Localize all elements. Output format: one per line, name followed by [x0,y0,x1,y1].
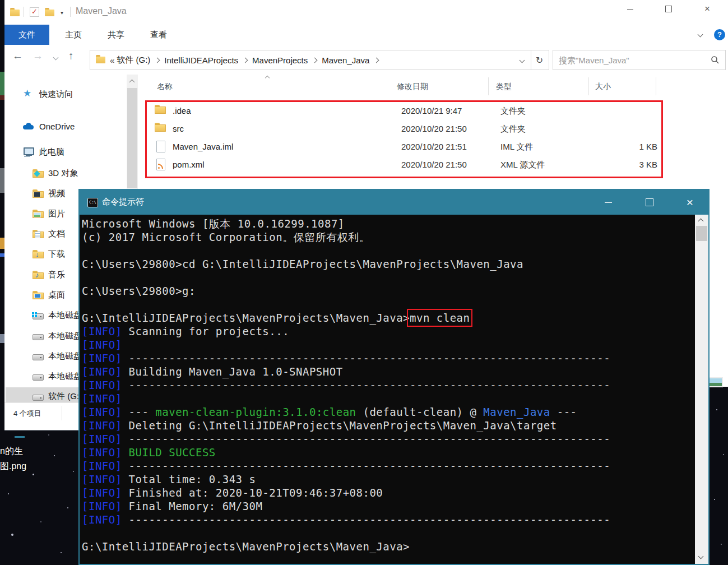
separator [62,406,62,420]
scroll-up-icon[interactable] [698,219,704,224]
column-header-date[interactable]: 修改日期 [397,82,428,92]
fld-icon [33,211,44,218]
cmd-scrollbar[interactable] [695,215,708,564]
explorer-title-bar[interactable]: ✓ ▾ Maven_Java × [4,0,728,25]
terminal-text: [INFO] [82,446,129,459]
chevron-right-icon[interactable] [374,57,379,63]
refresh-button[interactable]: ↻ [530,50,549,70]
history-dropdown-icon[interactable] [53,55,59,61]
sidebar-item[interactable]: 3D 对象 [6,164,126,182]
terminal-line: [INFO] Final Memory: 6M/30M [82,499,262,513]
star [33,474,34,475]
star [48,434,49,436]
desktop-edge-fragment [0,72,4,95]
breadcrumb-item[interactable]: Maven_Java [322,55,369,65]
tab-share[interactable]: 共享 [98,25,135,45]
chevron-right-icon[interactable] [312,57,318,63]
desktop-photo-icon[interactable] [708,377,723,387]
folder-icon[interactable] [45,10,54,16]
column-header-name[interactable]: 名称 [157,82,173,92]
terminal-line: [INFO] Scanning for projects... [82,325,289,338]
help-button[interactable]: ? [714,29,725,40]
terminal-text: [INFO] [82,433,129,445]
desktop-edge-fragment [0,334,4,343]
sidebar-item[interactable]: 快速访问 [6,85,126,103]
star [61,552,62,553]
terminal-text: [INFO] [82,487,129,499]
breadcrumb-item[interactable]: IntelliJIDEAProjects [164,55,238,65]
sidebar-item-label: 文档 [48,229,65,239]
cmd-title-bar[interactable]: C:\ 命令提示符 × [80,190,708,215]
search-icon[interactable] [711,55,720,64]
sidebar-item[interactable]: OneDrive [6,117,126,135]
cmd-window-title: 命令提示符 [102,197,144,207]
terminal-text: ----------------------------------------… [129,513,611,526]
ribbon-collapse-icon[interactable] [698,32,703,38]
terminal-text: [INFO] [82,500,129,512]
column-divider[interactable] [588,77,589,95]
checkbox-icon[interactable]: ✓ [30,7,39,17]
tab-home[interactable]: 主页 [55,25,92,45]
terminal-text: (c) 2017 Microsoft Corporation。保留所有权利。 [82,231,370,243]
fld-icon [33,272,44,279]
qat-dropdown-icon[interactable]: ▾ [61,10,63,16]
column-divider[interactable] [488,77,489,95]
sidebar-item[interactable]: 此电脑 [6,143,126,161]
highlight-box-mvn-clean: mvn clean [410,312,470,324]
address-dropdown-icon[interactable] [520,57,525,63]
terminal-line: [INFO] Deleting G:\IntelliJIDEAProjects\… [82,419,557,432]
column-divider[interactable] [656,77,656,95]
terminal[interactable]: Microsoft Windows [版本 10.0.16299.1087](c… [80,215,708,564]
sidebar-item-label: 视频 [48,188,65,199]
forward-button[interactable]: → [33,50,43,62]
cmd-scrollbar-thumb[interactable] [696,226,707,241]
address-bar[interactable]: « 软件 (G:) IntelliJIDEAProjects MavenProj… [90,50,531,70]
terminal-text: C:\Users\29800>g: [82,285,196,297]
column-header-type[interactable]: 类型 [496,82,512,92]
folder-icon[interactable] [10,10,20,16]
chevron-right-icon[interactable] [155,57,160,63]
chevron-right-icon[interactable] [243,57,248,63]
minimize-button[interactable] [591,190,625,215]
terminal-text: [INFO] [82,352,129,364]
back-button[interactable]: ← [12,50,23,62]
terminal-line: G:\IntelliJIDEAProjects\MavenProjects\Ma… [82,311,470,325]
sidebar-item-label: 音乐 [48,270,65,280]
terminal-text: [INFO] [82,379,129,391]
tab-view[interactable]: 查看 [140,25,177,45]
sidebar-item-label: 软件 (G:) [48,391,82,402]
maximize-button[interactable] [656,0,681,18]
scroll-up-icon[interactable] [129,80,135,85]
breadcrumb-item[interactable]: MavenProjects [252,55,308,65]
star [67,507,68,508]
breadcrumb-item[interactable]: 软件 (G:) [117,55,150,66]
folder-icon [96,57,105,63]
sidebar-item-label: OneDrive [39,122,75,131]
fld-icon [33,191,44,198]
minimize-button[interactable] [617,0,643,18]
desktop-icon-label[interactable]: n的生 [0,446,23,457]
star [714,499,715,500]
tab-file[interactable]: 文件 [4,25,49,45]
terminal-line: G:\IntelliJIDEAProjects\MavenProjects\Ma… [82,540,410,553]
nav-scrollbar-thumb[interactable] [127,88,137,188]
terminal-text: BUILD SUCCESS [129,446,216,459]
desktop-edge-fragment [0,253,4,257]
close-button[interactable]: × [694,0,720,18]
fld-icon [33,252,44,258]
maximize-button[interactable] [632,190,667,215]
cloud-icon [22,121,35,131]
close-button[interactable]: × [673,190,707,215]
item-count: 4 个项目 [13,409,41,419]
search-input[interactable] [553,55,711,65]
search-box [553,50,726,70]
terminal-text: G:\IntelliJIDEAProjects\MavenProjects\Ma… [82,312,410,324]
terminal-text: Scanning for projects... [129,325,290,337]
terminal-line: C:\Users\29800>g: [82,284,196,298]
terminal-text: ----------------------------------------… [129,352,611,364]
column-header-size[interactable]: 大小 [595,82,611,92]
desktop-icon-label[interactable]: 图.png [0,461,26,473]
up-button[interactable]: ↑ [68,50,74,62]
scroll-down-icon[interactable] [698,554,704,559]
terminal-text: [INFO] [82,339,122,351]
